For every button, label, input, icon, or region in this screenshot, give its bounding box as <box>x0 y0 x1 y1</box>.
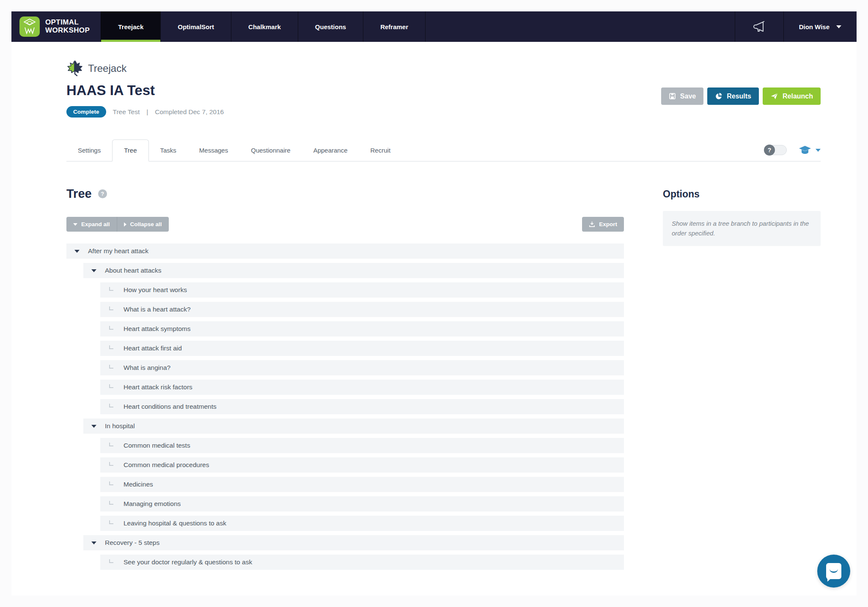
product-line: Treejack <box>66 60 224 77</box>
tab-tree[interactable]: Tree <box>112 139 148 161</box>
caret-down-icon <box>91 269 96 272</box>
study-header: Treejack HAAS IA Test Complete Tree Test… <box>66 60 821 118</box>
tree-item[interactable]: After my heart attack <box>66 243 624 259</box>
tree-item-label: After my heart attack <box>88 247 148 255</box>
results-button[interactable]: Results <box>707 87 759 105</box>
tree-item-label: Heart conditions and treatments <box>124 403 217 410</box>
expand-collapse-group: Expand all Collapse all <box>66 217 169 232</box>
tree-item[interactable]: What is a heart attack? <box>100 302 624 317</box>
tree-item[interactable]: How your heart works <box>100 282 624 298</box>
tab-settings[interactable]: Settings <box>66 139 112 161</box>
app-frame: OPTIMAL WORKSHOP TreejackOptimalSortChal… <box>11 11 857 596</box>
collapse-all-button[interactable]: Collapse all <box>117 217 169 232</box>
study-tabs: SettingsTreeTasksMessagesQuestionnaireAp… <box>66 139 821 161</box>
tree-item[interactable]: Heart conditions and treatments <box>100 399 624 414</box>
study-actions: Save Results Relaunc <box>661 87 821 118</box>
leaf-elbow-icon <box>109 501 113 505</box>
optimal-workshop-logo[interactable]: OPTIMAL WORKSHOP <box>11 11 101 42</box>
help-icon[interactable]: ? <box>98 189 107 198</box>
leaf-elbow-icon <box>109 365 113 369</box>
tree-item[interactable]: Heart attack symptoms <box>100 321 624 336</box>
announcements-button[interactable] <box>735 11 783 42</box>
tree-item[interactable]: Leaving hospital & questions to ask <box>100 516 624 531</box>
leaf-elbow-icon <box>109 559 113 563</box>
tree-item[interactable]: Common medical tests <box>100 438 624 453</box>
tree-item-label: What is angina? <box>124 364 170 372</box>
tree-item[interactable]: About heart attacks <box>83 263 624 278</box>
nav-item-reframer[interactable]: Reframer <box>363 11 426 42</box>
tab-appearance[interactable]: Appearance <box>302 139 359 161</box>
question-mark-icon: ? <box>764 145 775 156</box>
tree-item-label: In hospital <box>105 422 135 430</box>
tree-list: After my heart attackAbout heart attacks… <box>66 243 624 570</box>
tree-toolbar: Expand all Collapse all <box>66 217 624 232</box>
tree-item[interactable]: In hospital <box>83 418 624 434</box>
test-type-label: Tree Test <box>113 108 140 116</box>
nav-item-chalkmark[interactable]: Chalkmark <box>231 11 298 42</box>
nav-item-questions[interactable]: Questions <box>298 11 363 42</box>
tree-item-label: Heart attack first aid <box>124 345 182 352</box>
tree-item[interactable]: See your doctor regularly & questions to… <box>100 555 624 570</box>
tree-item[interactable]: Heart attack risk factors <box>100 380 624 395</box>
logo-cube-w-icon <box>22 18 37 35</box>
tree-item[interactable]: Recovery - 5 steps <box>83 535 624 550</box>
caret-down-icon <box>73 223 77 226</box>
leaf-elbow-icon <box>109 462 113 466</box>
tree-item[interactable]: Heart attack first aid <box>100 341 624 356</box>
tree-item[interactable]: Common medical procedures <box>100 457 624 473</box>
meta-separator: | <box>146 108 148 116</box>
navbar-right: Dion Wise <box>735 11 857 42</box>
tree-heading: Tree ? <box>66 187 624 201</box>
chevron-down-icon <box>816 149 821 152</box>
tab-recruit[interactable]: Recruit <box>359 139 402 161</box>
expand-all-button[interactable]: Expand all <box>66 217 117 232</box>
tree-item-label: Common medical tests <box>124 442 190 449</box>
learn-menu[interactable] <box>799 145 821 155</box>
completed-date-label: Completed Dec 7, 2016 <box>155 108 224 116</box>
relaunch-button[interactable]: Relaunch <box>763 87 821 105</box>
leaf-elbow-icon <box>109 326 113 330</box>
tree-item-label: Managing emotions <box>124 500 181 508</box>
tree-item[interactable]: Medicines <box>100 477 624 492</box>
tree-item-label: About heart attacks <box>105 267 162 274</box>
tab-list: SettingsTreeTasksMessagesQuestionnaireAp… <box>66 139 402 161</box>
tab-messages[interactable]: Messages <box>188 139 239 161</box>
chevron-down-icon <box>836 25 841 28</box>
tree-item[interactable]: Managing emotions <box>100 496 624 511</box>
tree-section-title: Tree <box>66 187 92 201</box>
chat-bubble-icon <box>826 563 841 579</box>
user-name: Dion Wise <box>799 23 830 30</box>
optimal-workshop-logo-icon <box>19 16 40 37</box>
leaf-elbow-icon <box>109 481 113 485</box>
options-note: Show items in a tree branch to participa… <box>663 211 821 246</box>
chat-launcher-button[interactable] <box>817 555 850 588</box>
download-icon <box>589 221 595 227</box>
chat-smile <box>830 569 838 573</box>
pie-chart-icon <box>715 93 722 100</box>
export-button[interactable]: Export <box>582 217 624 232</box>
main-columns: Tree ? Expand all Collapse all <box>66 187 821 574</box>
save-button[interactable]: Save <box>661 87 703 105</box>
help-toggle[interactable]: ? <box>764 145 787 156</box>
tree-item-label: Heart attack symptoms <box>124 325 191 333</box>
product-nav: TreejackOptimalSortChalkmarkQuestionsRef… <box>101 11 426 42</box>
content-area: Treejack HAAS IA Test Complete Tree Test… <box>11 60 857 574</box>
leaf-elbow-icon <box>109 345 113 349</box>
nav-item-treejack[interactable]: Treejack <box>101 11 160 42</box>
leaf-elbow-icon <box>109 404 113 407</box>
leaf-elbow-icon <box>109 287 113 291</box>
tab-questionnaire[interactable]: Questionnaire <box>239 139 302 161</box>
nav-item-optimalsort[interactable]: OptimalSort <box>160 11 231 42</box>
save-icon <box>669 93 676 100</box>
tab-tasks[interactable]: Tasks <box>149 139 188 161</box>
tree-item[interactable]: What is angina? <box>100 360 624 375</box>
leaf-elbow-icon <box>109 384 113 388</box>
tree-column: Tree ? Expand all Collapse all <box>66 187 624 574</box>
product-name: Treejack <box>88 63 126 74</box>
leaf-elbow-icon <box>109 306 113 310</box>
graduation-cap-icon <box>799 145 811 155</box>
user-menu[interactable]: Dion Wise <box>783 11 857 42</box>
caret-down-icon <box>74 250 80 253</box>
status-badge: Complete <box>66 106 106 118</box>
tree-item-label: Leaving hospital & questions to ask <box>124 520 226 527</box>
